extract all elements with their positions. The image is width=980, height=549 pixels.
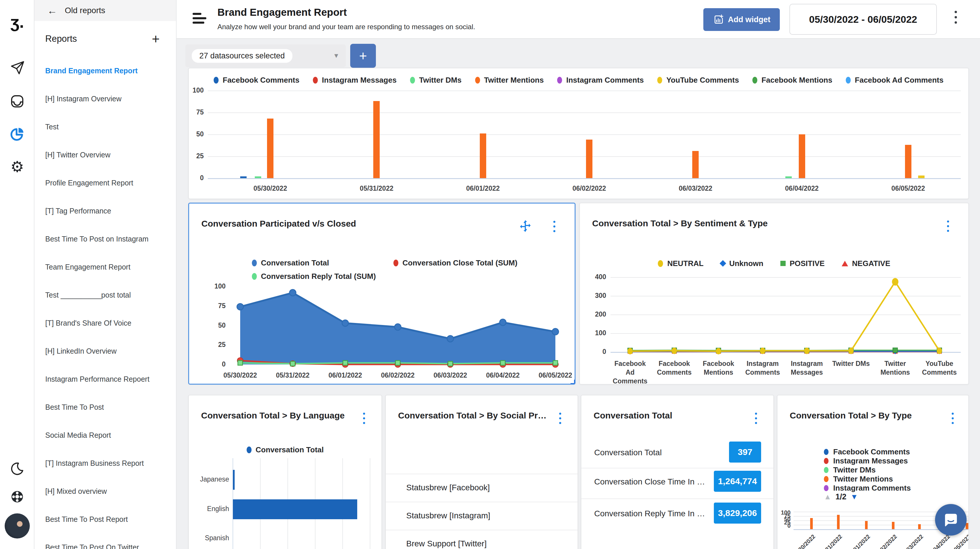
old-reports-back[interactable]: ← Old reports: [35, 0, 176, 21]
support-chat-button[interactable]: [935, 504, 967, 536]
Twitter Mentions-marker: [475, 77, 480, 83]
mini-bar: [810, 518, 813, 529]
sidebar-report-item[interactable]: [T] Instagram Business Report: [35, 449, 176, 477]
sidebar-report-item[interactable]: Best Time To Post On Twitter: [35, 533, 176, 549]
legend-item[interactable]: YouTube Comments: [657, 76, 739, 85]
publish-plane-icon[interactable]: [0, 58, 35, 78]
widget-menu[interactable]: [363, 411, 365, 425]
legend-item[interactable]: Facebook Mentions: [752, 76, 832, 85]
mini-bar: [966, 523, 968, 529]
report-overflow-menu[interactable]: [955, 10, 957, 25]
Instagram Comments-marker: [824, 485, 829, 491]
widget-title: Conversation Total > By Language: [201, 410, 345, 421]
main-content: Brand Engagement Report Analyze how well…: [177, 0, 980, 549]
add-widget-button[interactable]: Add widget: [703, 8, 780, 31]
bar-Twitter DMs: [255, 176, 261, 178]
legend-page-up-icon[interactable]: ▲: [824, 492, 832, 501]
mini-xtick: 05/30/2022: [787, 533, 816, 549]
add-datasource-button[interactable]: +: [350, 44, 376, 68]
legend-item[interactable]: Instagram Messages: [824, 456, 911, 466]
sidebar-report-item[interactable]: [T] Brand's Share Of Voice: [35, 309, 176, 337]
add-widget-label: Add widget: [728, 15, 770, 24]
bar-Twitter DMs: [785, 176, 792, 178]
widget-title: Conversation Total: [593, 410, 672, 421]
sidebar-report-item[interactable]: [H] Twitter Overview: [35, 141, 176, 169]
bar-Twitter Mentions: [267, 118, 274, 178]
widget-conversation-total: Conversation Total Conversation Total397…: [581, 395, 774, 549]
help-wheel-icon[interactable]: [0, 487, 35, 506]
widget-menu[interactable]: [559, 411, 561, 425]
sidebar-report-item[interactable]: [H] Mixed overview: [35, 477, 176, 505]
legend-label: Conversation Total: [256, 445, 324, 454]
by-type-legend: Facebook CommentsInstagram MessagesTwitt…: [824, 447, 911, 493]
legend-item[interactable]: Facebook Ad Comments: [846, 76, 943, 85]
legend-item[interactable]: Instagram Comments: [824, 484, 911, 493]
Facebook Comments-marker: [214, 77, 219, 83]
Facebook Comments-marker: [824, 449, 829, 455]
widget-sentiment-type: Conversation Total > By Sentiment & Type…: [579, 203, 969, 385]
sidebar-report-item[interactable]: Best Time To Post on Instagram: [35, 225, 176, 253]
bar-Japanese: [233, 470, 235, 490]
legend-label: Facebook Comments: [833, 447, 910, 456]
bar-Twitter Mentions: [480, 134, 486, 178]
bar-English: [233, 500, 357, 519]
sidebar-report-item[interactable]: Best Time To Post Report: [35, 505, 176, 533]
dark-mode-moon-icon[interactable]: [0, 459, 35, 478]
date-range-picker[interactable]: 05/30/2022 - 06/05/2022: [789, 4, 937, 35]
back-arrow-icon: ←: [47, 5, 57, 16]
Instagram Messages-marker: [313, 77, 318, 83]
social-profile-row[interactable]: Statusbrew [Facebook]: [406, 483, 490, 492]
mini-xtick: 06/01/2022: [842, 533, 872, 549]
report-menu-icon[interactable]: [192, 13, 207, 26]
widget-by-social-profile: Conversation Total > By Social Pr… Statu…: [385, 395, 578, 549]
user-avatar[interactable]: [0, 513, 35, 539]
legend-item[interactable]: Instagram Comments: [557, 76, 644, 85]
statusbrew-logo-icon[interactable]: ʒ.: [0, 12, 35, 32]
legend-item[interactable]: Twitter Mentions: [824, 474, 911, 484]
sidebar-report-item[interactable]: Test: [35, 113, 176, 141]
sidebar-report-item[interactable]: [T] Tag Performance: [35, 197, 176, 225]
legend-item[interactable]: Twitter DMs: [824, 466, 911, 474]
widget-participated-vs-closed[interactable]: Conversation Participated v/s Closed Con…: [188, 203, 576, 385]
engage-inbox-icon[interactable]: [0, 92, 35, 111]
sidebar-report-item[interactable]: Team Engagement Report: [35, 253, 176, 281]
sidebar-report-item[interactable]: Profile Engagement Report: [35, 169, 176, 197]
legend-item[interactable]: Twitter Mentions: [475, 76, 544, 85]
legend-item[interactable]: Facebook Comments: [824, 447, 911, 456]
Facebook Mentions-marker: [752, 77, 757, 83]
legend-item[interactable]: Twitter DMs: [410, 76, 461, 85]
sidebar-report-item[interactable]: Test __________post total: [35, 281, 176, 309]
add-report-button[interactable]: +: [152, 32, 160, 46]
sidebar-report-item[interactable]: [H] LinkedIn Overview: [35, 337, 176, 365]
sidebar-report-item[interactable]: Best Time To Post: [35, 393, 176, 421]
old-reports-label: Old reports: [65, 6, 105, 15]
sidebar-report-item[interactable]: Social Media Report: [35, 421, 176, 449]
mini-xtick: 06/02/2022: [869, 533, 898, 549]
datasources-value: 27 datasources selected: [192, 49, 293, 63]
mini-xtick: 05/31/2022: [814, 533, 843, 549]
sidebar-report-item[interactable]: Brand Engagement Report: [35, 57, 176, 85]
social-profile-row[interactable]: Brew Support [Twitter]: [406, 539, 487, 548]
metric-label: Conversation Total: [594, 448, 662, 457]
sidebar-report-item[interactable]: Instagram Performance Repoert: [35, 365, 176, 393]
widget-menu[interactable]: [755, 411, 757, 425]
legend-page-down-icon[interactable]: ▼: [850, 492, 858, 501]
widget-menu[interactable]: [952, 411, 954, 425]
legend-item[interactable]: Facebook Comments: [214, 76, 299, 85]
reports-pie-icon[interactable]: [0, 124, 35, 144]
YouTube Comments-marker: [657, 77, 662, 83]
metric-value-chip: 397: [729, 442, 761, 463]
social-profile-row[interactable]: Statusbrew [Instagram]: [406, 511, 490, 520]
legend-item[interactable]: Instagram Messages: [313, 76, 397, 85]
settings-gear-icon[interactable]: ⚙: [0, 157, 35, 176]
Instagram Comments-marker: [557, 77, 562, 83]
legend-label: YouTube Comments: [666, 76, 739, 85]
legend-label: Twitter DMs: [419, 76, 461, 85]
bar-Twitter Mentions: [692, 151, 698, 178]
Facebook Ad Comments-marker: [846, 77, 851, 83]
report-header: Brand Engagement Report Analyze how well…: [177, 0, 980, 39]
datasources-select[interactable]: 27 datasources selected ▼: [185, 45, 346, 67]
sidebar-report-item[interactable]: [H] Instagram Overview: [35, 85, 176, 113]
mini-bar: [837, 515, 840, 529]
metric-label: Conversation Close Time In …: [594, 477, 705, 487]
